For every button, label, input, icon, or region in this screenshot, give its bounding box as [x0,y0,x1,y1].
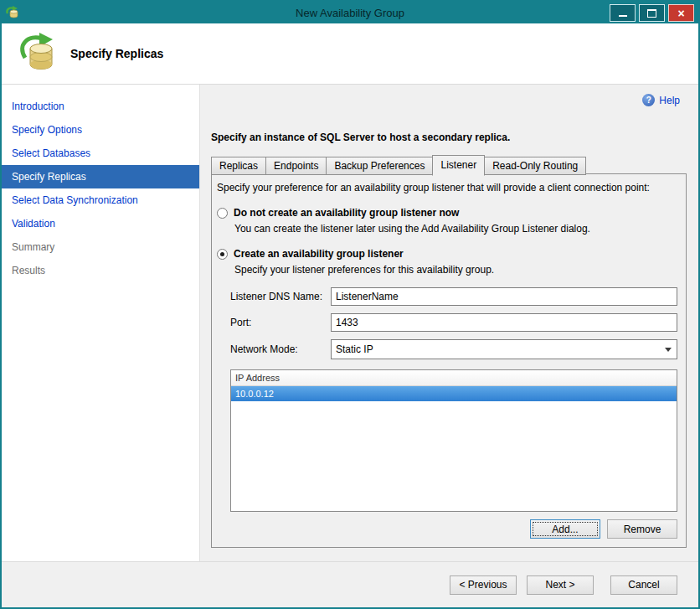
listener-form: Listener DNS Name: Port: Network Mode: S… [230,287,677,359]
new-availability-group-window: New Availability Group × Specify Replica… [0,0,700,609]
wizard-steps-sidebar: Introduction Specify Options Select Data… [2,85,200,561]
radio-create-listener-label: Create an availability group listener [234,248,404,260]
replica-tabs: Replicas Endpoints Backup Preferences Li… [211,155,585,175]
ip-address-row[interactable]: 10.0.0.12 [231,386,677,401]
sidebar-item-results: Results [2,259,199,282]
help-icon: ? [642,94,655,106]
page-title: Specify Replicas [70,47,163,60]
chevron-down-icon [665,348,672,352]
window-app-icon [6,6,19,19]
sidebar-item-summary: Summary [2,235,199,259]
listener-preference-text: Specify your preference for an availabil… [217,182,677,194]
maximize-icon [647,9,656,18]
tab-replicas[interactable]: Replicas [211,157,266,175]
previous-button[interactable]: < Previous [450,575,517,595]
sidebar-item-introduction[interactable]: Introduction [2,95,199,118]
close-button[interactable]: × [668,4,694,22]
port-input[interactable] [331,313,677,332]
network-mode-label: Network Mode: [230,343,324,355]
tab-endpoints[interactable]: Endpoints [265,157,327,175]
title-bar[interactable]: New Availability Group × [2,2,698,23]
dns-name-input[interactable] [331,287,677,306]
tab-backup-preferences[interactable]: Backup Preferences [326,157,433,175]
minimize-button[interactable] [610,4,636,22]
window-controls: × [610,4,694,22]
radio-no-listener-circle[interactable] [217,208,228,219]
help-label: Help [659,95,680,106]
remove-button[interactable]: Remove [607,519,677,539]
radio-create-listener[interactable]: Create an availability group listener [217,248,677,260]
wizard-header: Specify Replicas [2,23,698,85]
radio-create-listener-description: Specify your listener preferences for th… [234,264,677,276]
radio-no-listener-description: You can create the listener later using … [234,223,677,235]
radio-no-listener-label: Do not create an availability group list… [234,207,459,219]
cancel-button[interactable]: Cancel [610,575,677,595]
ip-address-column-header[interactable]: IP Address [231,370,677,386]
sidebar-item-select-data-synchronization[interactable]: Select Data Synchronization [2,188,199,212]
minimize-icon [619,15,627,17]
next-button[interactable]: Next > [527,575,594,595]
wizard-footer: < Previous Next > Cancel [2,561,698,607]
window-title: New Availability Group [2,7,698,19]
close-icon: × [677,8,684,19]
sidebar-item-validation[interactable]: Validation [2,212,199,235]
sidebar-item-specify-replicas[interactable]: Specify Replicas [2,165,199,188]
availability-group-database-icon [15,33,59,75]
radio-no-listener[interactable]: Do not create an availability group list… [217,207,677,219]
sidebar-item-select-databases[interactable]: Select Databases [2,142,199,165]
network-mode-dropdown[interactable]: Static IP [331,339,677,359]
maximize-button[interactable] [639,4,665,22]
tab-read-only-routing[interactable]: Read-Only Routing [484,157,586,175]
help-link[interactable]: ? Help [642,94,680,106]
port-label: Port: [230,317,324,328]
add-button[interactable]: Add... [530,519,600,539]
listener-tab-panel: Specify your preference for an availabil… [211,173,687,548]
radio-create-listener-circle[interactable] [217,249,228,260]
sidebar-item-specify-options[interactable]: Specify Options [2,118,199,142]
dns-name-label: Listener DNS Name: [230,291,324,302]
main-content: ? Help Specify an instance of SQL Server… [201,85,698,561]
ip-address-list: IP Address 10.0.0.12 [230,369,677,512]
tab-listener[interactable]: Listener [432,155,485,176]
network-mode-value: Static IP [336,343,373,355]
page-instruction: Specify an instance of SQL Server to hos… [211,132,510,143]
ip-list-buttons: Add... Remove [217,519,677,539]
